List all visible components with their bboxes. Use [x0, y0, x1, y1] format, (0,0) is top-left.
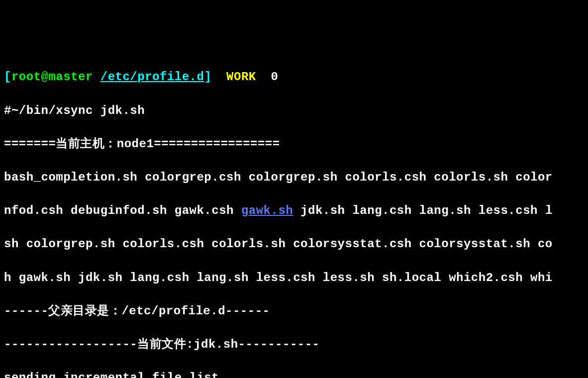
sending-line: sending incremental file list: [4, 370, 584, 378]
prompt-bracket-close: ]: [204, 70, 211, 84]
gawk-link[interactable]: gawk.sh: [241, 204, 293, 217]
output-line: h gawk.sh jdk.sh lang.csh lang.sh less.c…: [4, 270, 584, 286]
output-line: nfod.csh debuginfod.sh gawk.csh gawk.sh …: [4, 202, 584, 219]
command-line[interactable]: #~/bin/xsync jdk.sh: [4, 102, 584, 119]
output-line: bash_completion.sh colorgrep.csh colorgr…: [4, 169, 584, 186]
prompt-path: /etc/profile.d: [100, 70, 204, 84]
host1-header: =======当前主机：node1=================: [4, 136, 584, 153]
prompt-user: root@master: [11, 70, 93, 84]
text-segment: jdk.sh lang.csh lang.sh less.csh l: [293, 204, 553, 217]
work-num: 0: [271, 70, 279, 84]
work-label: WORK: [226, 70, 256, 84]
parent-dir-line: ------父亲目录是：/etc/profile.d------: [4, 303, 584, 320]
current-file-line: ------------------当前文件:jdk.sh-----------: [4, 336, 584, 353]
output-line: sh colorgrep.sh colorls.csh colorls.sh c…: [4, 236, 584, 253]
text-segment: nfod.csh debuginfod.sh gawk.csh: [4, 204, 241, 217]
prompt-line[interactable]: [root@master /etc/profile.d] WORK 0: [4, 69, 584, 86]
prompt-bracket-open: [: [4, 70, 11, 84]
